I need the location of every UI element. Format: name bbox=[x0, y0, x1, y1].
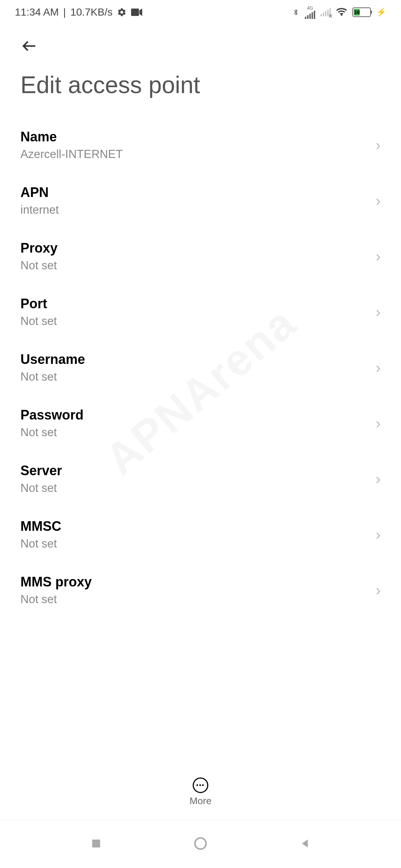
svg-rect-0 bbox=[131, 9, 139, 16]
setting-value: Not set bbox=[20, 481, 376, 495]
chevron-right-icon: › bbox=[376, 137, 381, 154]
setting-value: Azercell-INTERNET bbox=[20, 148, 376, 161]
more-icon: ••• bbox=[193, 777, 208, 793]
setting-value: Not set bbox=[20, 537, 376, 550]
navigation-bar bbox=[0, 820, 401, 868]
setting-item-mmsc[interactable]: MMSC Not set › bbox=[0, 507, 401, 562]
setting-value: internet bbox=[20, 203, 376, 217]
back-arrow-icon bbox=[20, 37, 38, 55]
chevron-right-icon: › bbox=[376, 304, 381, 320]
back-button[interactable] bbox=[0, 24, 401, 60]
setting-item-apn[interactable]: APN internet › bbox=[0, 173, 401, 228]
setting-item-name[interactable]: Name Azercell-INTERNET › bbox=[0, 117, 401, 173]
setting-label: MMSC bbox=[20, 519, 376, 534]
chevron-right-icon: › bbox=[376, 415, 381, 432]
bluetooth-icon bbox=[292, 7, 300, 17]
setting-item-proxy[interactable]: Proxy Not set › bbox=[0, 228, 401, 284]
setting-label: Server bbox=[20, 463, 376, 479]
setting-item-mms-proxy[interactable]: MMS proxy Not set › bbox=[0, 562, 401, 618]
camera-icon bbox=[131, 9, 142, 16]
chevron-right-icon: › bbox=[376, 248, 381, 265]
setting-value: Not set bbox=[20, 426, 376, 439]
setting-label: Name bbox=[20, 129, 376, 145]
chevron-right-icon: › bbox=[376, 582, 381, 599]
nav-recents-button[interactable] bbox=[90, 838, 102, 851]
status-bar: 11:34 AM | 10.7KB/s 4G 38 ⚡ bbox=[0, 0, 401, 24]
setting-item-username[interactable]: Username Not set › bbox=[0, 340, 401, 395]
setting-item-port[interactable]: Port Not set › bbox=[0, 284, 401, 340]
wifi-icon bbox=[336, 8, 347, 17]
setting-label: APN bbox=[20, 185, 376, 200]
battery-icon: 38 bbox=[352, 7, 371, 17]
chevron-right-icon: › bbox=[376, 471, 381, 487]
gear-icon bbox=[117, 7, 127, 17]
svg-point-2 bbox=[195, 838, 206, 849]
status-left: 11:34 AM | 10.7KB/s bbox=[15, 6, 142, 18]
setting-label: Password bbox=[20, 407, 376, 423]
setting-label: Proxy bbox=[20, 240, 376, 256]
status-right: 4G 38 ⚡ bbox=[292, 6, 386, 19]
nav-home-button[interactable] bbox=[193, 836, 208, 852]
nav-back-button[interactable] bbox=[299, 838, 311, 851]
setting-label: MMS proxy bbox=[20, 574, 376, 590]
more-label: More bbox=[189, 795, 211, 807]
setting-value: Not set bbox=[20, 315, 376, 328]
chevron-right-icon: › bbox=[376, 359, 381, 376]
page-title: Edit access point bbox=[0, 60, 401, 117]
setting-label: Username bbox=[20, 352, 376, 367]
signal-icon-sim2 bbox=[320, 8, 331, 16]
network-sim1: 4G bbox=[305, 6, 315, 19]
chevron-right-icon: › bbox=[376, 193, 381, 209]
svg-rect-1 bbox=[92, 839, 100, 847]
status-data-rate: 10.7KB/s bbox=[71, 6, 113, 18]
setting-item-server[interactable]: Server Not set › bbox=[0, 451, 401, 507]
chevron-right-icon: › bbox=[376, 526, 381, 543]
more-button[interactable]: ••• More bbox=[0, 777, 401, 807]
setting-value: Not set bbox=[20, 593, 376, 606]
setting-label: Port bbox=[20, 296, 376, 312]
status-time: 11:34 AM bbox=[15, 6, 59, 18]
settings-list: Name Azercell-INTERNET › APN internet › … bbox=[0, 117, 401, 618]
signal-icon bbox=[305, 11, 315, 19]
setting-value: Not set bbox=[20, 370, 376, 384]
charging-icon: ⚡ bbox=[376, 7, 386, 17]
setting-item-password[interactable]: Password Not set › bbox=[0, 395, 401, 451]
setting-value: Not set bbox=[20, 259, 376, 272]
